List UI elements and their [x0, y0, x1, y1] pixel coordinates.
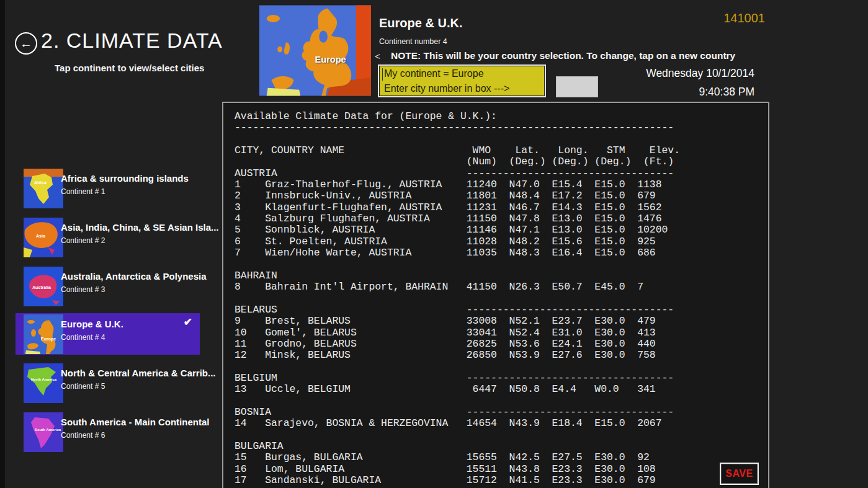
sidebar-item-title: Asia, India, China, & SE Asian Isla...: [61, 222, 219, 233]
climate-report-text: Available Climate Data for (Europe & U.K…: [223, 103, 768, 486]
sidebar-item-asia[interactable]: Asia Asia, India, China, & SE Asian Isla…: [16, 216, 200, 258]
sidebar-item-title: Europe & U.K.: [61, 319, 123, 329]
sidebar-item-title: Africa & surrounding islands: [61, 173, 189, 184]
session-id-code: 141001: [723, 11, 765, 25]
back-button[interactable]: ←: [15, 32, 37, 55]
sidebar-item-caption: Continent # 3: [61, 285, 207, 294]
sidebar-item-north-america[interactable]: North America North & Central America & …: [16, 362, 200, 404]
sidebar-item-caption: Continent # 2: [61, 236, 219, 245]
sidebar-item-title: Australia, Antarctica & Polynesia: [61, 271, 207, 282]
sidebar-item-europe[interactable]: Europe Europe & U.K. Continent # 4 ✔: [16, 313, 200, 355]
current-time: 9:40:38 PM: [699, 86, 755, 99]
page-title: 2. CLIMATE DATA: [41, 29, 223, 53]
sidebar-item-south-america[interactable]: South America South America - Main Conti…: [16, 411, 200, 453]
australia-thumbnail: Australia: [24, 267, 63, 306]
climate-data-screen: { "window": { "id_code": "141001", "date…: [0, 0, 868, 488]
australia-thumb-label: Australia: [32, 285, 51, 290]
country-selection-note: NOTE: This will be your country selectio…: [391, 50, 735, 61]
continent-prompt-textbox[interactable]: My continent = Europe Enter city number …: [378, 64, 546, 97]
city-number-input[interactable]: [556, 76, 598, 97]
selected-continent-caption: Continent number 4: [379, 37, 447, 46]
asia-thumbnail: Asia: [24, 218, 63, 257]
europe-thumbnail: Europe: [24, 314, 63, 354]
prompt-line-2: Enter city number in box --->: [384, 81, 541, 96]
selected-continent-title: Europe & U.K.: [379, 16, 462, 30]
south-america-thumbnail: South America: [24, 412, 63, 452]
south-america-thumb-label: South America: [35, 428, 61, 432]
africa-thumbnail: Africa: [24, 169, 63, 208]
climate-report-panel[interactable]: Available Climate Data for (Europe & U.K…: [222, 102, 769, 488]
prompt-line-1: My continent = Europe: [384, 66, 541, 81]
current-date: Wednesday 10/1/2014: [646, 67, 754, 80]
europe-thumb-label: Europe: [41, 337, 56, 342]
sidebar-item-title: North & Central America & Carrib...: [61, 368, 216, 378]
north-america-thumb-label: North America: [31, 378, 57, 381]
page-subtitle: Tap continent to view/select cities: [55, 63, 204, 73]
europe-map-image[interactable]: Europe: [259, 5, 371, 96]
sidebar-item-caption: Continent # 6: [61, 431, 209, 440]
left-edge-strip: [0, 0, 5, 488]
asia-thumb-label: Asia: [36, 234, 45, 238]
europe-map-label: Europe: [315, 55, 346, 64]
sidebar-item-caption: Continent # 4: [61, 333, 123, 342]
north-america-thumbnail: North America: [24, 363, 63, 403]
sidebar-item-caption: Continent # 5: [61, 382, 216, 391]
text-caret: [382, 68, 383, 81]
save-button[interactable]: SAVE: [720, 463, 759, 485]
sidebar-item-australia[interactable]: Australia Australia, Antarctica & Polyne…: [16, 265, 200, 307]
chevron-left-icon: <: [375, 51, 380, 61]
africa-thumb-label: Africa: [34, 180, 47, 185]
sidebar-item-africa[interactable]: Africa Africa & surrounding islands Cont…: [16, 167, 200, 209]
selected-check-icon: ✔: [184, 316, 192, 329]
sidebar-item-caption: Continent # 1: [61, 187, 189, 196]
sidebar-item-title: South America - Main Continental: [61, 417, 209, 427]
